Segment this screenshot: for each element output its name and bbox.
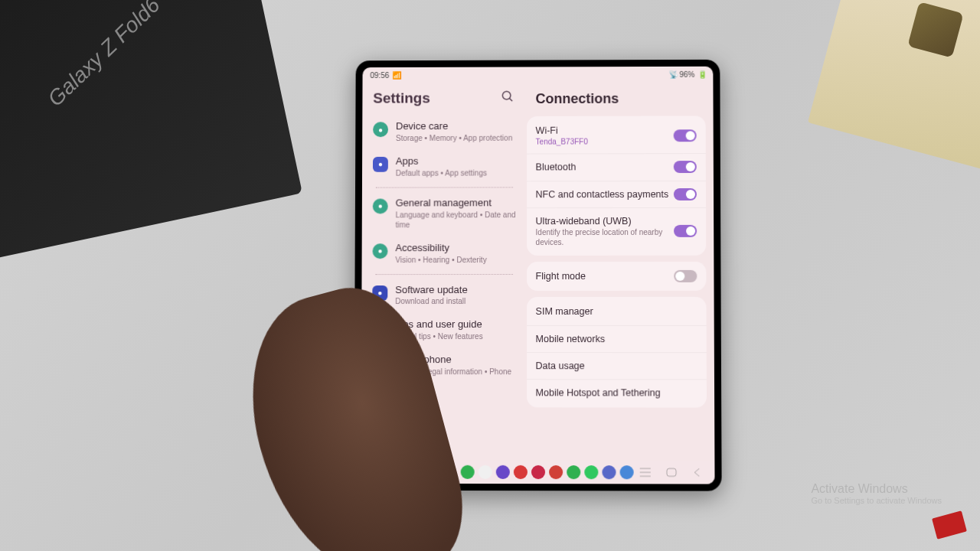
connection-title: Bluetooth [536, 161, 674, 174]
settings-item-subtitle: Download and install [395, 296, 468, 306]
connections-title: Connections [536, 91, 701, 107]
nav-recents-button[interactable] [639, 467, 652, 478]
connection-item-mobile-networks[interactable]: Mobile networks [527, 325, 707, 352]
dock-app-icon[interactable] [495, 465, 509, 479]
settings-item-subtitle: Language and keyboard • Date and time [396, 210, 516, 230]
svg-line-1 [509, 98, 512, 101]
connection-title: Mobile networks [536, 333, 697, 345]
connection-item-data-usage[interactable]: Data usage [527, 352, 707, 380]
settings-item-title: Apps [396, 155, 487, 168]
settings-item-title: Software update [395, 284, 468, 297]
dock-app-icon[interactable] [478, 465, 492, 479]
nav-home-button[interactable] [665, 467, 678, 478]
toggle-switch[interactable] [674, 161, 697, 173]
settings-item-subtitle: Vision • Hearing • Dexterity [395, 255, 486, 265]
status-battery: 96% [679, 70, 694, 78]
dock-app-icon[interactable] [602, 465, 616, 479]
dock-app-icon[interactable] [584, 465, 598, 479]
toggle-switch[interactable] [674, 188, 697, 201]
toggle-switch[interactable] [674, 270, 697, 282]
status-time: 09:56 [370, 70, 389, 79]
connection-title: Wi-Fi [536, 124, 674, 137]
connection-title: Ultra-wideband (UWB) [536, 215, 674, 227]
dock-app-icon[interactable] [460, 465, 474, 479]
connections-group: Wi-FiTenda_B73FF0BluetoothNFC and contac… [527, 116, 707, 256]
channel-badge [932, 510, 967, 539]
settings-divider [375, 274, 512, 275]
connections-group: SIM managerMobile networksData usageMobi… [527, 297, 707, 408]
scene-product-box: Galaxy Z Fold6 [0, 0, 302, 260]
product-box-label: Galaxy Z Fold6 [43, 0, 165, 111]
connection-subtitle: Tenda_B73FF0 [536, 137, 674, 147]
dock-app-icon[interactable] [513, 465, 527, 479]
connection-title: Mobile Hotspot and Tethering [536, 386, 697, 399]
windows-activation-watermark: Activate Windows Go to Settings to activ… [811, 482, 942, 505]
connection-item-bluetooth[interactable]: Bluetooth [527, 153, 706, 181]
dock-app-icon[interactable] [567, 465, 580, 479]
connections-detail-pane: Connections Wi-FiTenda_B73FF0BluetoothNF… [524, 82, 715, 461]
scene-wooden-object [808, 0, 980, 178]
status-notification-icon: 📶 [392, 71, 400, 79]
connection-item-sim-manager[interactable]: SIM manager [527, 298, 707, 324]
settings-divider [376, 187, 513, 187]
connections-group: Flight mode [527, 262, 707, 291]
status-bar: 09:56 📶 📡 96% 🔋 [363, 67, 714, 83]
toggle-switch[interactable] [674, 225, 697, 237]
connection-item-wi-fi[interactable]: Wi-FiTenda_B73FF0 [527, 117, 706, 153]
dock-app-icon[interactable] [619, 465, 633, 479]
settings-item-title: Device care [396, 120, 512, 133]
nav-back-button[interactable] [691, 467, 704, 478]
connection-title: Data usage [536, 360, 697, 372]
dock-app-icon[interactable] [531, 465, 544, 479]
settings-item-general-management[interactable]: ●General managementLanguage and keyboard… [370, 191, 519, 236]
connection-item-nfc-and-contactless-payments[interactable]: NFC and contactless payments [527, 180, 706, 207]
status-signal-icon: 📡 [668, 70, 676, 78]
settings-item-icon: ● [373, 122, 388, 137]
connection-title: Flight mode [536, 270, 675, 282]
connection-item-flight-mode[interactable]: Flight mode [527, 263, 707, 289]
status-battery-icon: 🔋 [697, 70, 705, 78]
settings-item-accessibility[interactable]: ●AccessibilityVision • Hearing • Dexteri… [369, 236, 518, 271]
connection-item-mobile-hotspot-and-tethering[interactable]: Mobile Hotspot and Tethering [527, 379, 707, 406]
svg-point-0 [502, 91, 510, 99]
settings-title: Settings [373, 90, 430, 107]
connection-title: SIM manager [536, 305, 697, 318]
settings-item-subtitle: Storage • Memory • App protection [396, 133, 512, 143]
settings-item-icon: ● [373, 243, 388, 259]
settings-item-device-care[interactable]: ●Device careStorage • Memory • App prote… [370, 114, 519, 149]
settings-item-icon: ● [373, 198, 388, 214]
settings-item-title: General management [396, 197, 516, 210]
search-icon[interactable] [501, 90, 514, 106]
connection-title: NFC and contactless payments [536, 188, 674, 201]
settings-item-subtitle: Default apps • App settings [396, 168, 487, 178]
settings-item-icon: ● [373, 157, 388, 172]
connection-subtitle: Identify the precise location of nearby … [536, 227, 675, 247]
svg-rect-5 [667, 468, 676, 476]
settings-item-apps[interactable]: ●AppsDefault apps • App settings [370, 149, 519, 184]
settings-item-title: Accessibility [395, 242, 486, 255]
toggle-switch[interactable] [674, 129, 697, 142]
connection-item-ultra-wideband-uwb-[interactable]: Ultra-wideband (UWB)Identify the precise… [527, 207, 707, 254]
dock-app-icon[interactable] [549, 465, 563, 479]
